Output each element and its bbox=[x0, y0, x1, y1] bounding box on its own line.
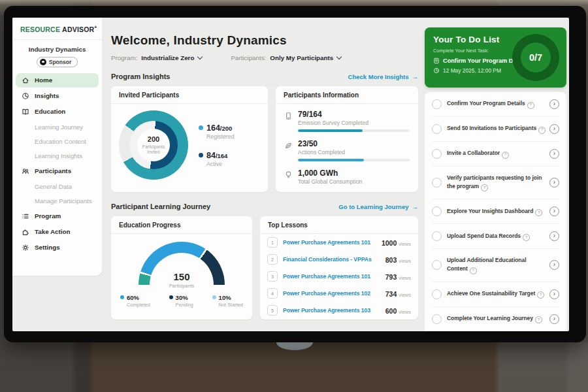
chevron-right-icon[interactable]: › bbox=[549, 124, 559, 134]
task-label: Explore Your Insights Dashboard? bbox=[447, 207, 549, 216]
task-row-invite-a-collaborator: Invite a Collaborator?› bbox=[432, 142, 559, 167]
task-checkbox[interactable] bbox=[432, 99, 442, 109]
go-to-learning-journey-link[interactable]: Go to Learning Journey → bbox=[338, 203, 418, 210]
task-checkbox[interactable] bbox=[432, 206, 442, 216]
monitor-bezel: RESOURCEADVISOR+ Industry Dynamics Spons… bbox=[4, 6, 586, 342]
sidebar-item-label: Take Action bbox=[35, 228, 70, 235]
check-more-insights-link[interactable]: Check More Insights → bbox=[348, 73, 418, 80]
sidebar-item-label: Learning Journey bbox=[35, 123, 83, 131]
survey-icon bbox=[284, 112, 293, 120]
education-icon bbox=[22, 108, 29, 116]
sidebar-item-settings[interactable]: Settings bbox=[16, 240, 99, 255]
chevron-right-icon[interactable]: › bbox=[549, 178, 559, 188]
info-icon[interactable]: ? bbox=[538, 127, 546, 134]
sidebar: RESOURCEADVISOR+ Industry Dynamics Spons… bbox=[12, 18, 102, 276]
participants-dropdown[interactable]: Participants: Only My Participants bbox=[231, 54, 341, 61]
education-progress-card: Education Progress 150 Participants 60%C… bbox=[111, 216, 252, 319]
sidebar-item-manage-participants[interactable]: Manage Participants bbox=[16, 194, 99, 208]
lesson-link[interactable]: Power Purchase Agreements 102 bbox=[283, 290, 382, 297]
legend-value: 30% bbox=[176, 294, 193, 301]
legend-item-registered: 164/200Registered bbox=[199, 123, 235, 140]
lesson-views-count: 600 bbox=[385, 307, 397, 315]
donut-center-value: 200 bbox=[148, 135, 159, 143]
task-label: Invite a Collaborator? bbox=[447, 149, 549, 158]
sidebar-item-label: Education Content bbox=[35, 138, 86, 145]
lesson-link[interactable]: Financial Considerations - VPPAs bbox=[283, 256, 382, 263]
dashboard-screen: RESOURCEADVISOR+ Industry Dynamics Spons… bbox=[12, 18, 569, 331]
sidebar-item-label: Learning Insights bbox=[35, 152, 82, 159]
lesson-rank: 2 bbox=[267, 254, 278, 265]
task-label: Complete Your Learning Journey? bbox=[447, 314, 549, 323]
task-row-verify-participants-requesting-to-join-the-program: Verify participants requesting to join t… bbox=[432, 167, 559, 199]
stat-label: Actions Completed bbox=[298, 149, 410, 155]
gauge-center-label: Participants bbox=[139, 283, 225, 289]
legend-dot bbox=[169, 295, 173, 299]
lesson-views: 734views bbox=[385, 287, 411, 299]
info-icon[interactable]: ? bbox=[527, 102, 534, 109]
chevron-right-icon[interactable]: › bbox=[549, 231, 559, 241]
todo-counter: 0/7 bbox=[521, 42, 551, 73]
sidebar-nav: HomeInsightsEducationLearning JourneyEdu… bbox=[12, 73, 102, 255]
sidebar-item-education-content[interactable]: Education Content bbox=[16, 135, 99, 148]
info-icon[interactable]: ? bbox=[535, 316, 542, 323]
card-title: Top Lessons bbox=[260, 216, 418, 234]
chevron-right-icon[interactable]: › bbox=[549, 314, 559, 324]
stat-text: 79/164Emission Survey Completed bbox=[298, 110, 410, 132]
legend-item-pending: 30%Pending bbox=[169, 294, 193, 308]
info-icon[interactable]: ? bbox=[470, 267, 477, 274]
chevron-right-icon[interactable]: › bbox=[549, 206, 559, 216]
task-checkbox[interactable] bbox=[432, 124, 442, 134]
lesson-link[interactable]: Power Purchase Agreements 101 bbox=[283, 239, 378, 246]
legend-label: Registered bbox=[206, 133, 235, 140]
chevron-right-icon[interactable]: › bbox=[549, 260, 559, 270]
sidebar-item-general-data[interactable]: General Data bbox=[16, 180, 99, 193]
lesson-views: 803views bbox=[385, 253, 411, 265]
sponsor-badge[interactable]: Sponsor bbox=[37, 57, 78, 67]
legend-dot bbox=[212, 295, 216, 299]
lesson-rank: 5 bbox=[267, 305, 278, 316]
progress-bar-fill bbox=[298, 129, 363, 132]
sidebar-item-home[interactable]: Home bbox=[16, 73, 99, 88]
stat-label: Emission Survey Completed bbox=[298, 120, 410, 126]
info-icon[interactable]: ? bbox=[535, 209, 542, 216]
task-checkbox[interactable] bbox=[432, 289, 442, 299]
sidebar-item-learning-journey[interactable]: Learning Journey bbox=[16, 120, 99, 134]
info-icon[interactable]: ? bbox=[523, 234, 530, 241]
sidebar-item-program[interactable]: Program bbox=[16, 209, 99, 223]
sidebar-item-take-action[interactable]: Take Action bbox=[16, 225, 99, 239]
lesson-link[interactable]: Power Purchase Agreements 103 bbox=[283, 307, 382, 314]
chevron-right-icon[interactable]: › bbox=[549, 149, 559, 159]
sidebar-item-label: Program bbox=[35, 212, 61, 220]
sidebar-item-participants[interactable]: Participants bbox=[16, 164, 99, 178]
program-icon bbox=[22, 212, 29, 220]
chevron-right-icon[interactable]: › bbox=[549, 99, 559, 109]
arrow-right-icon: → bbox=[412, 73, 419, 80]
legend-label: Completed bbox=[127, 302, 150, 308]
program-dropdown[interactable]: Program: Industrialize Zero bbox=[111, 54, 202, 61]
lesson-views-label: views bbox=[399, 309, 411, 315]
insights-icon bbox=[22, 92, 29, 100]
stat-text: 23/50Actions Completed bbox=[298, 139, 410, 161]
task-checkbox[interactable] bbox=[432, 260, 442, 270]
section-title-learning-journey: Participant Learning Journey bbox=[111, 203, 210, 210]
chevron-right-icon[interactable]: › bbox=[549, 289, 559, 299]
lesson-views-count: 1000 bbox=[382, 239, 397, 247]
task-checkbox[interactable] bbox=[432, 178, 442, 188]
info-icon[interactable]: ? bbox=[502, 152, 509, 159]
sidebar-item-label: Participants bbox=[35, 167, 71, 174]
info-icon[interactable]: ? bbox=[537, 291, 544, 299]
education-gauge-chart: 150 Participants bbox=[139, 242, 225, 285]
progress-bar bbox=[298, 129, 410, 132]
info-icon[interactable]: ? bbox=[481, 184, 488, 191]
task-checkbox[interactable] bbox=[432, 314, 442, 324]
task-checkbox[interactable] bbox=[432, 231, 442, 241]
stat-emission-survey-completed: 79/164Emission Survey Completed bbox=[284, 110, 410, 132]
legend-dot bbox=[199, 153, 203, 157]
lesson-views-count: 734 bbox=[385, 290, 397, 298]
sidebar-item-insights[interactable]: Insights bbox=[16, 89, 99, 103]
lesson-link[interactable]: Power Purchase Agreements 101 bbox=[283, 273, 382, 280]
sidebar-item-learning-insights[interactable]: Learning Insights bbox=[16, 149, 99, 163]
donut-center-label: Participants Invited bbox=[139, 144, 168, 155]
task-checkbox[interactable] bbox=[432, 149, 442, 159]
sidebar-item-education[interactable]: Education bbox=[16, 105, 99, 119]
